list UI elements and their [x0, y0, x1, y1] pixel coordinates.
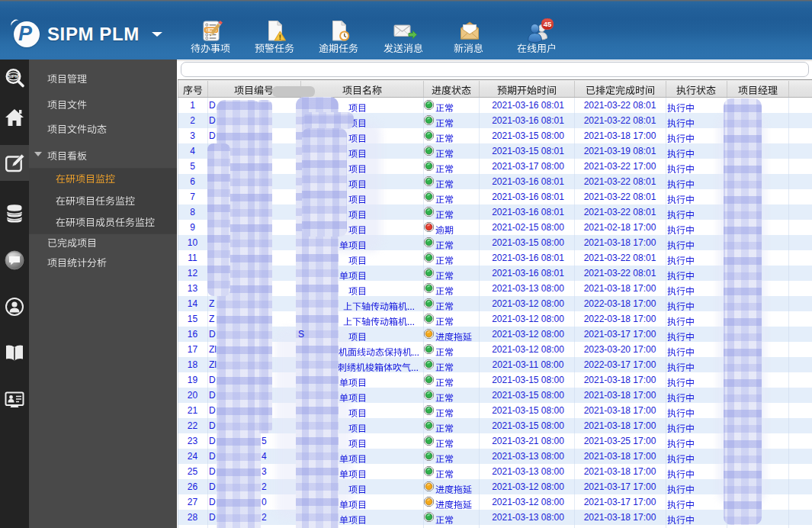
svg-text:SIPM: SIPM	[8, 74, 19, 79]
